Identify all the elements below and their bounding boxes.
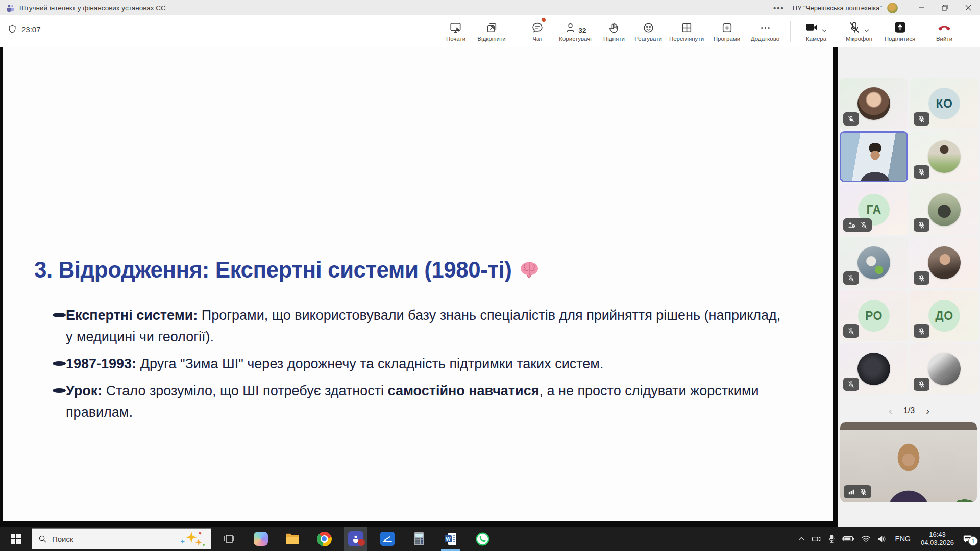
notification-center-icon[interactable]: 1	[963, 534, 976, 543]
people-icon: 32	[564, 19, 586, 34]
mic-muted-icon	[847, 328, 855, 335]
apps-button[interactable]: Програми	[709, 19, 744, 42]
search-input[interactable]	[51, 534, 160, 544]
slide-bullets: Експертні системи: Програми, що використ…	[53, 305, 782, 429]
share-button[interactable]: Поділитися	[881, 19, 919, 42]
status-badges	[843, 271, 859, 285]
tray-microphone-icon[interactable]	[828, 534, 836, 543]
teams-app-taskbar-icon[interactable]	[344, 527, 368, 551]
camera-dropdown-icon[interactable]	[821, 27, 828, 34]
gallery-pagination: ‹ 1/3 ›	[838, 404, 980, 417]
participant-tile[interactable]	[840, 78, 908, 129]
camera-button[interactable]: Камера	[796, 19, 836, 42]
taskbar-search[interactable]	[32, 528, 211, 549]
chat-icon	[531, 19, 544, 34]
restore-button[interactable]	[933, 0, 957, 15]
status-badges	[914, 271, 929, 285]
bullet-text: Урок: Стало зрозуміло, що ШІ потребує зд…	[66, 380, 782, 423]
teams-app-icon	[6, 3, 15, 12]
status-badges	[914, 165, 929, 179]
toolbar-divider	[513, 21, 513, 42]
bullet-marker	[53, 361, 66, 366]
window-titlebar: Штучний інтелект у фінансових установах …	[0, 0, 980, 15]
notification-count-badge: 1	[968, 536, 978, 546]
toolbar-divider	[922, 21, 922, 42]
language-indicator[interactable]: ENG	[894, 535, 912, 543]
tray-camera-icon[interactable]	[812, 535, 821, 543]
participants-grid: КОГА?РОДО	[840, 78, 978, 394]
tray-expand-icon[interactable]	[798, 535, 805, 542]
chat-button[interactable]: Чат	[520, 19, 555, 42]
speaker-status-badges	[844, 485, 871, 498]
mic-off-icon	[848, 21, 861, 34]
participant-tile[interactable]: ГА?	[840, 184, 908, 235]
tray-volume-icon[interactable]	[877, 535, 887, 543]
shared-screen-stage: 3. Відродження: Експертні системи (1980-…	[0, 47, 838, 527]
unpin-button[interactable]: Відкріпити	[474, 19, 509, 42]
svg-text:?: ?	[852, 224, 854, 228]
participants-button[interactable]: 32 Користувачі	[556, 19, 595, 42]
search-highlights-icon	[178, 531, 207, 548]
chrome-app-icon[interactable]	[312, 527, 336, 551]
avatar	[928, 246, 961, 279]
participant-tile[interactable]: ДО	[910, 290, 978, 341]
initials-avatar: РО	[858, 300, 890, 332]
minimize-button[interactable]	[910, 0, 933, 15]
previous-page-icon[interactable]: ‹	[889, 404, 892, 417]
participant-tile[interactable]: РО	[840, 290, 908, 341]
titlebar-more-icon[interactable]: •••	[773, 4, 785, 12]
whatsapp-app-icon[interactable]	[471, 527, 494, 551]
participant-tile[interactable]	[840, 237, 908, 288]
meeting-toolbar: 23:07 Почати Відкріпити Чат 32 Користува…	[0, 15, 980, 47]
raise-hand-button[interactable]: Підняти	[597, 19, 631, 42]
tray-clock[interactable]: 16:43 04.03.2026	[919, 531, 956, 547]
toolbar-divider	[790, 21, 791, 42]
tray-wifi-icon[interactable]	[861, 535, 871, 543]
next-page-icon[interactable]: ›	[926, 404, 929, 417]
status-badges	[843, 378, 859, 391]
status-badges: ?	[843, 218, 872, 232]
more-button[interactable]: Додатково	[748, 19, 782, 42]
scanner-app-icon[interactable]	[376, 527, 399, 551]
start-button[interactable]	[0, 527, 32, 551]
microphone-dropdown-icon[interactable]	[863, 27, 870, 34]
participant-tile[interactable]: КО	[910, 78, 978, 129]
word-app-icon[interactable]: W	[439, 527, 462, 551]
search-icon	[38, 535, 47, 543]
main-speaker-tile[interactable]	[840, 422, 977, 502]
active-speaker-tile[interactable]	[840, 131, 908, 182]
view-button[interactable]: Переглянути	[669, 19, 704, 42]
mic-muted-icon	[918, 274, 925, 282]
hangup-icon	[937, 19, 951, 34]
account-avatar[interactable]	[887, 3, 898, 13]
tray-battery-icon[interactable]	[842, 535, 854, 543]
participant-tile[interactable]	[910, 343, 978, 394]
leave-button[interactable]: Вийти	[927, 19, 962, 42]
copilot-app-icon[interactable]	[249, 527, 273, 551]
participant-tile[interactable]	[910, 237, 978, 288]
audio-stats-icon	[848, 488, 855, 495]
participant-tile[interactable]	[910, 131, 978, 182]
participants-panel: КОГА?РОДО ‹ 1/3 ›	[838, 47, 980, 527]
video-feed	[841, 133, 906, 181]
account-name: НУ "Чернігівська політехніка"	[793, 4, 882, 12]
microphone-button[interactable]: Мікрофон	[837, 19, 881, 42]
plus-square-icon	[721, 19, 733, 34]
bullet-item: Урок: Стало зрозуміло, що ШІ потребує зд…	[53, 380, 782, 423]
bullet-item: Експертні системи: Програми, що використ…	[53, 305, 782, 347]
task-view-button[interactable]	[217, 527, 241, 551]
attendee-question-icon: ?	[847, 221, 855, 229]
windows-taskbar: W ENG 16:43 04.03.2026 1	[0, 527, 980, 551]
file-explorer-icon[interactable]	[281, 527, 304, 551]
react-button[interactable]: Реагувати	[631, 19, 666, 42]
close-button[interactable]	[957, 0, 980, 15]
participant-tile[interactable]	[910, 184, 978, 235]
titlebar-divider	[905, 3, 905, 12]
page-indicator: 1/3	[903, 406, 915, 415]
bullet-item: 1987-1993: Друга "Зима ШІ" через дорожне…	[53, 353, 782, 374]
mic-muted-icon	[860, 221, 868, 229]
start-present-button[interactable]: Почати	[438, 19, 473, 42]
status-badges	[914, 378, 929, 391]
participant-tile[interactable]	[840, 343, 908, 394]
calculator-app-icon[interactable]	[407, 527, 431, 551]
